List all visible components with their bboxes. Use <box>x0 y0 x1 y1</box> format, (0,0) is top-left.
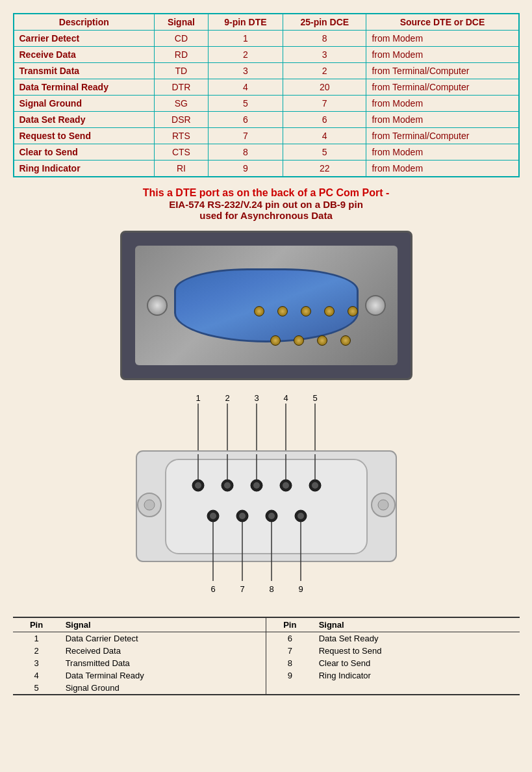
db9-connector <box>174 268 359 342</box>
pin-signal-right: Request to Send <box>314 645 520 657</box>
db9-photo <box>120 231 412 380</box>
table-cell: CTS <box>155 144 209 161</box>
header-25pin: 25-pin DCE <box>283 14 366 31</box>
db9-diagram-svg: 1 2 3 4 5 <box>71 389 461 610</box>
table-cell: SG <box>155 96 209 112</box>
svg-point-29 <box>239 513 246 519</box>
table-cell: Request to Send <box>14 128 155 144</box>
svg-text:6: 6 <box>210 584 215 594</box>
pin-signal-left: Data Carrier Detect <box>60 632 266 645</box>
table-cell: from Modem <box>366 31 519 47</box>
table-cell: 2 <box>208 47 283 63</box>
photo-pin <box>340 335 351 346</box>
svg-point-19 <box>224 482 231 489</box>
table-row: Carrier DetectCD18from Modem <box>14 31 519 47</box>
pin-signal-left: Data Terminal Ready <box>60 669 266 682</box>
table-cell: from Modem <box>366 96 519 112</box>
pin-number-left: 5 <box>13 682 60 695</box>
pin-signal-right <box>314 682 520 695</box>
table-cell: 1 <box>208 31 283 47</box>
pin-signal-right: Data Set Ready <box>314 632 520 645</box>
pin-signal-right: Clear to Send <box>314 657 520 669</box>
table-cell: 6 <box>208 112 283 128</box>
table-row: Data Set ReadyDSR66from Modem <box>14 112 519 128</box>
pin-table-row: 3Transmitted Data8Clear to Send <box>13 657 520 669</box>
pin-table-row: 5Signal Ground <box>13 682 520 695</box>
svg-point-33 <box>298 513 304 519</box>
table-row: Data Terminal ReadyDTR420from Terminal/C… <box>14 79 519 96</box>
svg-text:2: 2 <box>225 393 229 403</box>
table-cell: RTS <box>155 128 209 144</box>
table-cell: from Modem <box>366 161 519 177</box>
photo-pin <box>348 306 358 316</box>
svg-point-23 <box>283 482 289 489</box>
table-cell: 5 <box>208 96 283 112</box>
pin-number-left: 4 <box>13 669 60 682</box>
pin-signal-left: Transmitted Data <box>60 657 266 669</box>
table-cell: 22 <box>283 161 366 177</box>
table-cell: Data Terminal Ready <box>14 79 155 96</box>
table-cell: 9 <box>208 161 283 177</box>
diagram-container: 1 2 3 4 5 <box>13 389 520 610</box>
photo-screw-left <box>147 295 168 316</box>
table-cell: 8 <box>283 31 366 47</box>
table-cell: 3 <box>283 47 366 63</box>
table-cell: DTR <box>155 79 209 96</box>
svg-text:8: 8 <box>269 584 273 594</box>
table-cell: from Terminal/Computer <box>366 63 519 79</box>
pin-table-row: 4Data Terminal Ready9Ring Indicator <box>13 669 520 682</box>
table-cell: Ring Indicator <box>14 161 155 177</box>
db9-inner <box>135 246 398 365</box>
svg-point-25 <box>312 482 318 489</box>
table-cell: Receive Data <box>14 47 155 63</box>
pin-col2-header: Signal <box>60 617 266 632</box>
table-cell: Signal Ground <box>14 96 155 112</box>
table-cell: CD <box>155 31 209 47</box>
pin-reference-table: Pin Signal Pin Signal 1Data Carrier Dete… <box>13 617 520 695</box>
table-row: Request to SendRTS74from Terminal/Comput… <box>14 128 519 144</box>
table-cell: from Terminal/Computer <box>366 128 519 144</box>
pin-number-right: 9 <box>266 669 314 682</box>
svg-text:7: 7 <box>240 584 244 594</box>
caption-line3: used for Asynchronous Data <box>13 210 520 221</box>
photo-pins-row2 <box>270 335 351 346</box>
pin-signal-right: Ring Indicator <box>314 669 520 682</box>
pin-number-left: 2 <box>13 645 60 657</box>
photo-pins-row1 <box>254 306 358 316</box>
table-cell: from Modem <box>366 144 519 161</box>
table-row: Receive DataRD23from Modem <box>14 47 519 63</box>
table-cell: 3 <box>208 63 283 79</box>
table-cell: RI <box>155 161 209 177</box>
table-cell: from Modem <box>366 47 519 63</box>
svg-point-31 <box>268 513 275 519</box>
pin-signal-left: Received Data <box>60 645 266 657</box>
table-cell: from Modem <box>366 112 519 128</box>
svg-text:9: 9 <box>298 584 303 594</box>
table-cell: 4 <box>283 128 366 144</box>
svg-point-15 <box>378 500 388 510</box>
table-cell: Carrier Detect <box>14 31 155 47</box>
table-cell: Data Set Ready <box>14 112 155 128</box>
photo-pin <box>270 335 281 346</box>
pin-number-left: 3 <box>13 657 60 669</box>
table-cell: 2 <box>283 63 366 79</box>
pin-number-right: 6 <box>266 632 314 645</box>
table-row: Signal GroundSG57from Modem <box>14 96 519 112</box>
svg-point-17 <box>195 482 201 489</box>
caption-line2: EIA-574 RS-232/V.24 pin out on a DB-9 pi… <box>13 199 520 210</box>
svg-point-27 <box>210 513 216 519</box>
caption-area: This a DTE port as on the back of a PC C… <box>13 187 520 221</box>
svg-point-21 <box>253 482 260 489</box>
table-cell: from Terminal/Computer <box>366 79 519 96</box>
svg-text:3: 3 <box>254 393 259 403</box>
svg-point-13 <box>144 500 155 510</box>
table-cell: 7 <box>283 96 366 112</box>
pin-signal-left: Signal Ground <box>60 682 266 695</box>
photo-pin <box>301 306 311 316</box>
pin-table-row: 1Data Carrier Detect6Data Set Ready <box>13 632 520 645</box>
svg-text:4: 4 <box>283 393 288 403</box>
header-description: Description <box>14 14 155 31</box>
table-cell: TD <box>155 63 209 79</box>
table-row: Ring IndicatorRI922from Modem <box>14 161 519 177</box>
photo-pin <box>254 306 264 316</box>
